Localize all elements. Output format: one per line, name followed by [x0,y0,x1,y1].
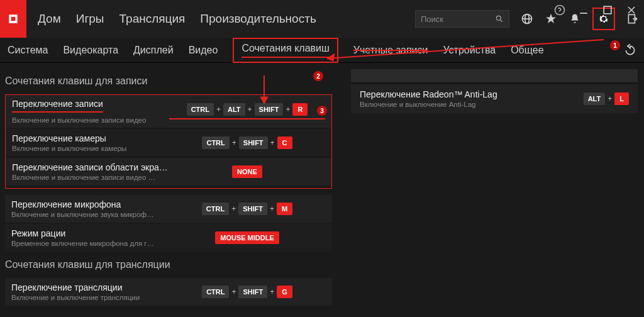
search-icon [495,14,504,23]
key: SHIFT [238,203,267,215]
row-record-toggle[interactable]: Переключение записи Включение и выключен… [6,95,331,128]
annotation-marker-2: 2 [313,71,323,81]
svg-line-1 [501,20,502,22]
content: Сочетания клавиш для записи Переключение… [0,63,644,317]
hotkey-combo: ALT+ L [584,92,629,105]
hotkey-combo: CTRL+ ALT+ SHIFT+ R [169,103,325,120]
right-panel-header [351,69,638,83]
annotation-arrow-1 [314,35,610,66]
key: CTRL [202,203,229,215]
row-region-record[interactable]: Переключение записи области экра… Включе… [6,158,331,186]
key-none: NONE [232,165,262,178]
hotkey-combo: MOUSE MIDDLE [169,231,326,244]
row-sub: Включение и выключение звука микроф… [11,211,169,218]
svg-marker-14 [260,97,268,104]
annotation-arrow-2 [258,75,270,107]
key-final: G [277,286,292,298]
key-final: M [277,203,292,215]
key: CTRL [202,136,229,149]
row-title: Переключение камеры [12,133,169,143]
annotation-marker-1: 1 [610,40,620,50]
section-streaming-title: Сочетания клавиш для трансляции [5,253,332,278]
row-title: Переключение записи [12,99,103,113]
tab-gpu[interactable]: Видеокарта [63,45,118,56]
right-column: Переключение Radeon™ Anti-Lag Включение … [351,69,644,317]
row-title: Переключение Radeon™ Anti-Lag [360,89,584,99]
row-sub: Включение и выключение камеры [12,145,169,152]
search-placeholder: Поиск [421,14,495,24]
row-sub: Включение и выключение Anti-Lag [360,101,584,108]
nav-performance[interactable]: Производительность [200,12,316,26]
row-stream-toggle[interactable]: Переключение трансляции Включение и выкл… [5,278,332,306]
minimize-icon[interactable] [577,4,590,16]
key-final: L [614,92,629,105]
nav-home[interactable]: Дом [38,12,61,26]
svg-marker-12 [327,53,335,61]
key: ALT [584,92,606,105]
tab-system[interactable]: Система [8,45,48,56]
key: SHIFT [238,286,267,298]
nav-games[interactable]: Игры [76,12,104,26]
key-mouse: MOUSE MIDDLE [215,231,279,244]
row-title: Переключение микрофона [11,199,169,209]
svg-point-6 [555,6,565,15]
left-column: Сочетания клавиш для записи Переключение… [5,69,332,317]
row-sub: Временное включение микрофона для г… [11,240,169,247]
section-recording-title: Сочетания клавиш для записи [5,69,332,94]
tab-display[interactable]: Дисплей [133,45,174,56]
reset-icon[interactable] [624,44,636,57]
close-icon[interactable] [625,4,638,16]
row-ptt[interactable]: Режим рации Временное включение микрофон… [5,224,332,252]
svg-line-11 [327,40,604,58]
row-mic-toggle[interactable]: Переключение микрофона Включение и выклю… [5,195,332,223]
key: SHIFT [239,136,268,149]
maximize-icon[interactable] [601,4,614,16]
svg-point-0 [496,16,501,20]
globe-icon[interactable] [521,13,533,25]
search-input[interactable]: Поиск [415,10,509,28]
key-final: R [292,103,308,116]
nav-stream[interactable]: Трансляция [119,12,186,26]
hotkey-combo: CTRL+ SHIFT+ M [169,203,326,215]
key: CTRL [202,286,229,298]
topbar: Дом Игры Трансляция Производительность П… [0,0,644,38]
main-nav: Дом Игры Трансляция Производительность [38,12,316,26]
row-sub: Включение и выключение записи видео [12,116,169,124]
tab-video[interactable]: Видео [189,45,218,56]
hotkey-combo: NONE [169,165,325,178]
row-title: Переключение трансляции [11,282,169,292]
help-icon[interactable] [553,4,566,16]
row-sub: Включение и выключение записи видео … [12,174,169,181]
row-sub: Включение и выключение трансляции [11,294,169,301]
svg-rect-8 [604,6,611,14]
hotkey-combo: CTRL+ SHIFT+ C [169,136,325,149]
row-title: Режим рации [11,228,169,238]
row-camera-toggle[interactable]: Переключение камеры Включение и выключен… [6,129,331,157]
key: ALT [223,103,245,116]
key: CTRL [187,103,214,116]
row-title: Переключение записи области экра… [12,162,169,172]
hotkey-combo: CTRL+ SHIFT+ G [169,286,326,298]
row-antilag[interactable]: Переключение Radeon™ Anti-Lag Включение … [351,84,638,113]
recording-group-highlight: Переключение записи Включение и выключен… [5,94,332,189]
annotation-marker-3: 3 [317,106,327,116]
amd-logo [0,0,26,38]
window-controls [553,4,638,16]
key-final: C [277,136,292,149]
